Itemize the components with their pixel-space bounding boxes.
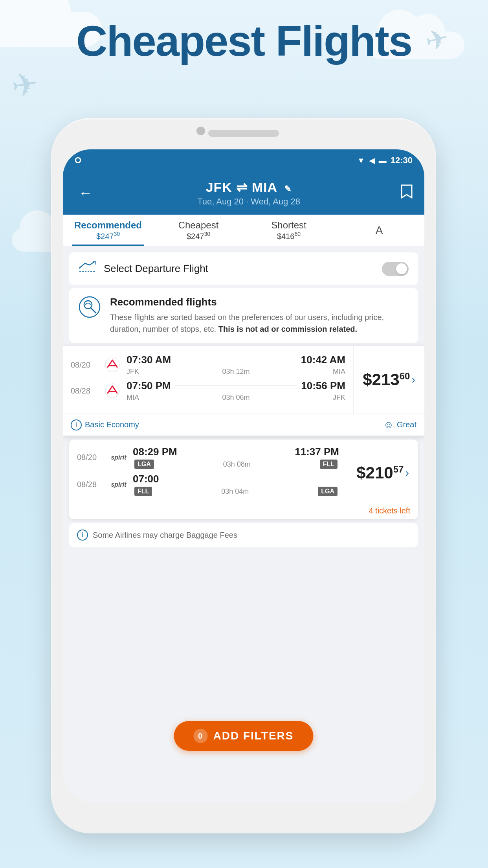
airline-logo-aa-2 (104, 382, 121, 399)
spirit-leg-1-dest: FLL (320, 460, 338, 469)
flight-leg-1-date: 08/20 (71, 360, 98, 370)
back-button[interactable]: ← (75, 181, 97, 205)
leg-2-origin: MIA (127, 394, 146, 402)
svg-point-1 (79, 297, 100, 317)
svg-line-3 (91, 308, 96, 313)
phone-speaker (208, 130, 279, 137)
departure-flight-card: Select Departure Flight (69, 252, 418, 285)
phone-frame: O ▼ ◀ ▬ 12:30 ← JFK ⇌ MIA ✎ Tue, Aug 20 … (51, 118, 436, 833)
flight-2-price: $21057 (356, 463, 404, 482)
leg-1-origin: JFK (127, 368, 146, 376)
tab-recommended-price: $24730 (96, 231, 120, 241)
flight-leg-1-times: 07:30 AM 10:42 AM JFK 03h 12m MIA (127, 354, 345, 376)
baggage-notice-text: Some Airlines may charge Baggage Fees (93, 531, 237, 540)
add-filters-button[interactable]: 0 ADD FILTERS (174, 721, 313, 751)
tickets-left-label: 4 tickets left (69, 506, 418, 519)
leg-1-depart: 07:30 AM (127, 354, 171, 366)
tab-more[interactable]: A (334, 215, 424, 246)
tab-shortest[interactable]: Shortest $41660 (244, 215, 334, 246)
battery-icon: ▬ (379, 156, 387, 165)
phone-screen: O ▼ ◀ ▬ 12:30 ← JFK ⇌ MIA ✎ Tue, Aug 20 … (63, 149, 424, 802)
spirit-leg-2-duration: 03h 04m (157, 487, 313, 496)
flight-card-2[interactable]: 08/20 spirit 08:29 PM 11:37 PM (69, 440, 418, 519)
flight-card-1-main: 08/20 07:30 AM (63, 346, 424, 414)
recommended-description: These flights are sorted based on the pr… (110, 311, 409, 335)
flight-leg-2-date: 08/28 (71, 386, 98, 395)
tab-recommended[interactable]: Recommended $24730 (63, 215, 153, 246)
leg-2-depart: 07:50 PM (127, 380, 171, 392)
baggage-info-icon: i (77, 530, 88, 541)
basic-economy-info-icon[interactable]: i (71, 419, 82, 430)
tab-shortest-label: Shortest (271, 220, 306, 231)
baggage-notice: i Some Airlines may charge Baggage Fees (69, 523, 418, 547)
spirit-time-line-2 (163, 479, 336, 479)
tab-cheapest-price: $24730 (187, 231, 210, 241)
airplane-decoration-1: ✈ (9, 65, 41, 105)
flight-1-footer: i Basic Economy ☺ Great (63, 414, 424, 436)
flight-2-chevron: › (405, 467, 409, 479)
leg-1-dest: MIA (326, 368, 345, 376)
flight-card-2-main: 08/20 spirit 08:29 PM 11:37 PM (69, 440, 418, 506)
spirit-leg-2-times: 07:00 FLL 03h 04m LGA (133, 473, 339, 496)
departure-toggle[interactable] (382, 262, 409, 276)
tab-more-label: A (376, 224, 383, 237)
spirit-leg-2-origin: FLL (134, 487, 152, 496)
flight-leg-2-row: 08/28 07:50 PM (71, 380, 345, 402)
page-title: Cheapest Flights (0, 16, 488, 66)
spirit-logo-2: spirit (110, 476, 127, 493)
signal-icon: ◀ (369, 156, 375, 165)
smiley-icon: ☺ (383, 419, 394, 431)
rating-badge: ☺ Great (383, 419, 416, 431)
basic-economy-label: Basic Economy (85, 420, 139, 429)
spirit-leg-2-row: 08/28 spirit 07:00 (77, 473, 339, 496)
bookmark-icon (401, 184, 413, 199)
tabs-bar: Recommended $24730 Cheapest $24730 Short… (63, 215, 424, 246)
departure-flight-icon (79, 260, 96, 277)
flight-1-chevron: › (411, 373, 415, 386)
spirit-leg-1-row: 08/20 spirit 08:29 PM 11:37 PM (77, 446, 339, 469)
spirit-leg-1-duration: 03h 08m (159, 460, 315, 469)
spirit-leg-2-date: 08/28 (77, 480, 105, 489)
tab-cheapest-label: Cheapest (178, 220, 219, 231)
spirit-leg-1-origin: LGA (134, 460, 154, 469)
flight-card-1[interactable]: 08/20 07:30 AM (63, 346, 424, 436)
wifi-icon: ▼ (357, 156, 365, 165)
rating-label: Great (397, 420, 416, 429)
flight-1-price: $21360 (363, 370, 410, 389)
time-line-2 (175, 386, 297, 386)
app-header: ← JFK ⇌ MIA ✎ Tue, Aug 20 · Wed, Aug 28 (63, 171, 424, 215)
tab-recommended-label: Recommended (74, 220, 142, 231)
leg-2-duration: 03h 06m (149, 394, 323, 402)
edit-route-icon[interactable]: ✎ (284, 184, 292, 194)
bookmark-button[interactable] (401, 184, 413, 202)
departure-label: Select Departure Flight (104, 263, 374, 275)
status-time: 12:30 (391, 155, 413, 166)
airline-logo-aa-1 (104, 356, 121, 373)
recommended-flights-card: Recommended flights These flights are so… (69, 288, 418, 343)
flight-2-price-col[interactable]: $21057 › (347, 440, 418, 506)
spirit-leg-1-date: 08/20 (77, 453, 105, 462)
header-center: JFK ⇌ MIA ✎ Tue, Aug 20 · Wed, Aug 28 (105, 179, 393, 207)
screen-content: Select Departure Flight Recommended flig… (63, 246, 424, 802)
status-indicators: ▼ ◀ ▬ 12:30 (357, 155, 413, 166)
add-filters-label: ADD FILTERS (213, 730, 294, 742)
spirit-leg-2-dest: LGA (318, 487, 338, 496)
recommended-content: Recommended flights These flights are so… (110, 296, 409, 335)
flight-leg-2-times: 07:50 PM 10:56 PM MIA 03h 06m JFK (127, 380, 345, 402)
recommended-title: Recommended flights (110, 296, 409, 308)
leg-1-duration: 03h 12m (149, 368, 323, 376)
spirit-leg-2-depart: 07:00 (133, 473, 159, 485)
tab-cheapest[interactable]: Cheapest $24730 (153, 215, 244, 246)
basic-economy-badge[interactable]: i Basic Economy (71, 419, 139, 430)
spirit-leg-1-times: 08:29 PM 11:37 PM LGA 03h 08m FLL (133, 446, 339, 469)
header-route: JFK ⇌ MIA ✎ (105, 179, 393, 195)
status-bar: O ▼ ◀ ▬ 12:30 (63, 149, 424, 171)
header-dates: Tue, Aug 20 · Wed, Aug 28 (105, 197, 393, 207)
tab-shortest-price: $41660 (277, 231, 301, 241)
spirit-time-line-1 (181, 452, 291, 452)
leg-1-arrive: 10:42 AM (301, 354, 345, 366)
spirit-leg-1-depart: 08:29 PM (133, 446, 177, 458)
time-line-1 (175, 360, 297, 360)
flight-1-price-col[interactable]: $21360 › (354, 346, 424, 414)
flight-card-2-left: 08/20 spirit 08:29 PM 11:37 PM (69, 440, 347, 506)
